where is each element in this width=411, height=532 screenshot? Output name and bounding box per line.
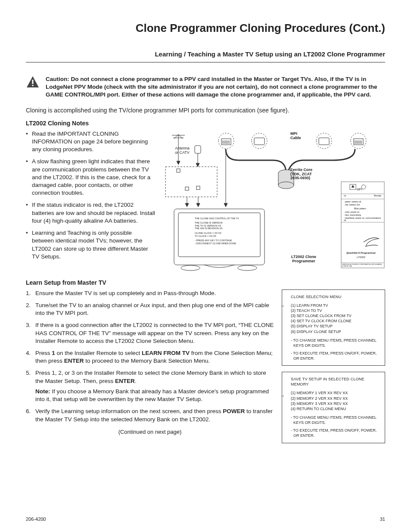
menu-item: (2) MEMORY 2 VER XX REV XX xyxy=(291,396,380,401)
tv-line: THE TV IS VERSION XX xyxy=(195,224,239,227)
svg-marker-10 xyxy=(196,163,199,167)
notes-heading: LT2002 Cloning Notes xyxy=(26,120,385,127)
intro-text: Cloning is accomplished using the TV/clo… xyxy=(26,107,385,114)
list-item: Verify the Learning setup information on… xyxy=(26,408,274,423)
page-footer: 206-4200 31 xyxy=(26,516,385,522)
continued-text: (Continued on next page) xyxy=(26,429,274,435)
subtitle: Learning / Teaching a Master TV Setup us… xyxy=(26,50,385,62)
svg-point-48 xyxy=(361,185,366,189)
menu-item: (1) LEARN FROM TV xyxy=(291,303,380,308)
notes-list: Read the IMPORTANT CLONING INFORMATION o… xyxy=(26,130,155,261)
menu-hint: - TO CHANGE MENU ITEMS, PRESS CHANNEL KE… xyxy=(291,338,380,348)
arrow-icon: → xyxy=(280,303,285,309)
tv-screen-text: THE CLONE HAS CONTROL OF THE TV THE CLON… xyxy=(195,217,239,245)
menu-hint: - TO EXECUTE ITEM, PRESS ON/OFF, POWER, … xyxy=(291,428,380,438)
svg-marker-6 xyxy=(177,161,180,165)
menu-item: (4) RETURN TO CLONE MENU xyxy=(291,406,380,411)
menu-item: (5) DISPLAY TV SETUP xyxy=(291,324,380,329)
tv-line: THE CLONE IS VERSION xyxy=(195,221,239,224)
svg-rect-0 xyxy=(32,80,34,84)
tv-line: CLONE CLOCK = XX:XX xyxy=(195,232,239,235)
footer-doc-number: 206-4200 xyxy=(26,516,46,522)
prog-label: - red: battery low xyxy=(344,204,360,206)
figure-label-antenna: Antennaor CATV xyxy=(175,146,190,155)
figure-label-mpi-cable: MPICable xyxy=(290,132,301,140)
svg-rect-13 xyxy=(196,186,200,190)
svg-rect-22 xyxy=(319,138,329,145)
menu-item: (3) MEMORY 3 VER XX REV XX xyxy=(291,401,380,406)
svg-rect-11 xyxy=(177,169,180,172)
steps-list: Ensure the Master TV is set up completel… xyxy=(26,289,274,423)
menu-title: CLONE SELECTION MENU xyxy=(291,294,380,299)
menu-hint: - TO CHANGE MENU ITEMS, PRESS CHANNEL KE… xyxy=(291,415,380,425)
svg-rect-12 xyxy=(185,187,189,190)
list-item: Read the IMPORTANT CLONING INFORMATION o… xyxy=(26,130,155,154)
svg-marker-40 xyxy=(224,203,227,207)
svg-marker-36 xyxy=(185,203,189,207)
page-title: Clone Programmer Cloning Procedures (Con… xyxy=(26,22,385,35)
list-item: Press 1 on the Installer Remote to selec… xyxy=(26,349,274,365)
list-item: A slow flashing green light indicates th… xyxy=(26,158,155,197)
menu-hint: - TO EXECUTE ITEM, PRESS ON/OFF, POWER, … xyxy=(291,351,380,361)
arrow-icon: → xyxy=(280,393,285,399)
prog-label: - fast: transmitting xyxy=(344,214,361,217)
figure-label-lt2002: LT2002 CloneProgrammer xyxy=(291,255,316,264)
svg-marker-47 xyxy=(352,185,354,187)
prog-label: - green: battery ok xyxy=(344,201,361,203)
tv-line: TV CLOCK = XX:XX xyxy=(195,235,239,238)
menu-item: (2) TEACH TO TV xyxy=(291,308,380,313)
tv-line: THE SW IS REVISION XX xyxy=(195,227,239,230)
prog-label: - heartbeat: power on, communications ok xyxy=(344,217,383,222)
svg-point-34 xyxy=(278,182,294,189)
warning-icon xyxy=(26,75,40,90)
clone-selection-menu: CLONE SELECTION MENU → (1) LEARN FROM TV… xyxy=(282,289,385,366)
list-item: Learning and Teaching is only possible b… xyxy=(26,229,155,261)
tv-line: - DISCONNECT CLONE WHEN DONE xyxy=(195,242,239,245)
prog-label: Receipt xyxy=(374,195,381,197)
prog-label: - slow: power on xyxy=(344,211,359,214)
menu-item: (4) SET TV CLOCK FROM CLONE xyxy=(291,318,380,324)
prog-label: on xyxy=(344,195,346,197)
list-item: Press 1, 2, or 3 on the Installer Remote… xyxy=(26,369,274,403)
menu-item: (6) DISPLAY CLONE SETUP xyxy=(291,329,380,334)
svg-rect-8 xyxy=(195,146,201,153)
figure-label-mpi: MPI xyxy=(357,188,362,191)
list-item: If there is a good connection after the … xyxy=(26,321,274,345)
figure-label-quickset: QuickSet II Programmer xyxy=(346,252,376,255)
figure-label-quickset-model: LT2002 xyxy=(357,256,365,259)
menu-item: (3) SET CLONE CLOCK FROM TV xyxy=(291,313,380,318)
list-item: If the status indicator is red, the LT20… xyxy=(26,201,155,225)
tv-line: - PRESS ANY KEY TO CONTINUE xyxy=(195,239,239,242)
tv-line: THE CLONE HAS CONTROL OF THE TV xyxy=(195,217,239,220)
svg-rect-21 xyxy=(254,138,265,145)
menu-title: SAVE TV SETUP IN SELECTED CLONE MEMORY xyxy=(291,376,380,387)
svg-point-43 xyxy=(181,265,200,271)
list-item: Tune/set the TV to an analog channel or … xyxy=(26,302,274,317)
figure-label-zenith: ZENITH ELECTRONICS CORPORATION LINCOLNSH… xyxy=(342,264,384,268)
list-item: Ensure the Master TV is set up completel… xyxy=(26,289,274,297)
footer-page-number: 31 xyxy=(380,516,385,522)
figure-label-ferrite: Ferrite Core(TDK, ZCAT2035-0930) xyxy=(290,168,312,181)
svg-rect-1 xyxy=(32,85,34,86)
save-setup-menu: SAVE TV SETUP IN SELECTED CLONE MEMORY →… xyxy=(282,372,385,443)
wiring-figure: Antennaor CATV MPICable Ferrite Core(TDK… xyxy=(161,130,385,277)
svg-point-44 xyxy=(238,265,257,271)
caution-text: Caution: Do not connect a clone programm… xyxy=(46,75,385,99)
menu-item: (1) MEMORY 1 VER XX REV XX xyxy=(291,390,380,395)
prog-label: Blink pattern xyxy=(354,208,366,210)
learn-heading: Learn Setup from Master TV xyxy=(26,279,385,286)
caution-block: Caution: Do not connect a clone programm… xyxy=(26,75,385,99)
svg-rect-7 xyxy=(165,167,217,197)
svg-marker-38 xyxy=(196,203,200,207)
